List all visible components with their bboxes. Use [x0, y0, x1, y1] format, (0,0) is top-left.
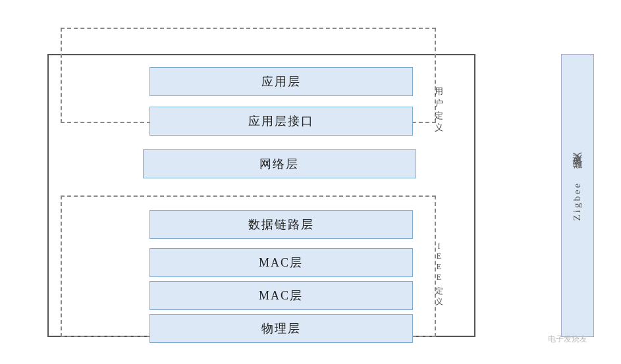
data-link-label: 数据链路层: [248, 217, 314, 232]
data-link-layer: 数据链路层: [149, 210, 413, 239]
app-layer: 应用层: [149, 67, 413, 96]
network-layer: 网络层: [143, 149, 416, 178]
mac-layer-2: MAC层: [149, 281, 413, 310]
app-interface-label: 应用层接口: [248, 113, 314, 129]
physical-layer: 物理层: [149, 314, 413, 343]
ieee-side-label: I E E E 定 义: [432, 209, 446, 340]
diagram-wrapper: Zigbee 联盟定义 用 户 定 义 I E E E 定 义 应用层 应用层接…: [28, 14, 594, 350]
app-interface-layer: 应用层接口: [149, 107, 413, 136]
user-defined-side-label: 用 户 定 义: [432, 67, 446, 153]
watermark: 电子发烧友: [548, 334, 587, 345]
app-layer-label: 应用层: [261, 74, 301, 90]
mac-layer-1-label: MAC层: [259, 255, 303, 271]
network-layer-label: 网络层: [259, 156, 299, 172]
physical-layer-label: 物理层: [261, 321, 301, 336]
zigbee-label: Zigbee 联盟定义: [561, 54, 594, 337]
zigbee-label-text: Zigbee 联盟定义: [571, 169, 583, 221]
mac-layer-1: MAC层: [149, 248, 413, 277]
mac-layer-2-label: MAC层: [259, 288, 303, 303]
